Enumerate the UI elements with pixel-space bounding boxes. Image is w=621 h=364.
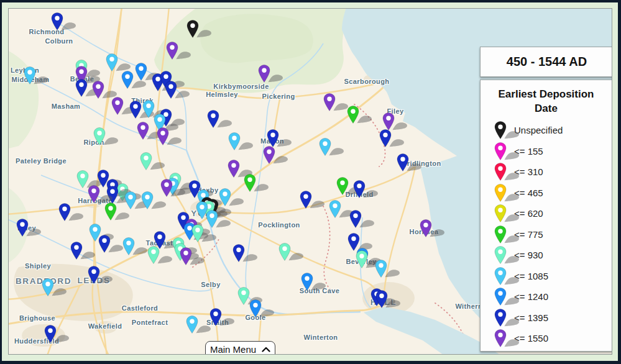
legend-item[interactable]: <= 155 — [481, 140, 612, 162]
map-pin[interactable] — [87, 265, 101, 284]
legend-pin-icon — [494, 162, 507, 181]
map-pin[interactable] — [124, 191, 137, 210]
map-pin[interactable] — [91, 80, 105, 99]
map-pin[interactable] — [186, 19, 200, 39]
map-pin[interactable] — [249, 299, 262, 318]
map-pin[interactable] — [41, 278, 55, 297]
map-pin[interactable] — [44, 324, 57, 344]
map-pin[interactable] — [140, 191, 154, 210]
legend-item[interactable]: <= 930 — [481, 245, 612, 266]
map-pin[interactable] — [262, 145, 276, 165]
map-pin[interactable] — [134, 62, 148, 81]
map-pin[interactable] — [375, 289, 389, 309]
map-pin[interactable] — [16, 218, 29, 237]
map-pin[interactable] — [228, 132, 241, 151]
legend-pin-icon — [494, 121, 507, 140]
legend-item[interactable]: Unspecified — [481, 120, 612, 141]
legend-title: Earliest Deposition Date — [481, 86, 612, 120]
legend-item[interactable]: <= 1550 — [481, 328, 612, 349]
legend-pin-icon — [494, 204, 507, 223]
map-pin[interactable] — [419, 219, 433, 238]
map-pin[interactable] — [318, 137, 332, 157]
map-pin[interactable] — [139, 152, 153, 171]
legend-items: Unspecified<= 155<= 310<= 465<= 620<= 77… — [481, 120, 612, 349]
map-pin[interactable] — [23, 66, 37, 85]
legend-item[interactable]: <= 1085 — [481, 265, 612, 286]
chevron-up-icon — [262, 347, 270, 352]
main-menu-label: Main Menu — [210, 344, 256, 355]
map-pin[interactable] — [191, 224, 205, 243]
legend-panel: Earliest Deposition Date Unspecified<= 1… — [480, 80, 612, 352]
legend-item[interactable]: <= 620 — [481, 203, 612, 224]
map-pin[interactable] — [70, 241, 83, 260]
map-pin[interactable] — [156, 127, 170, 146]
map-pin[interactable] — [105, 53, 119, 72]
map-pin[interactable] — [209, 307, 223, 327]
legend-item[interactable]: <= 1395 — [481, 307, 612, 328]
map-pin[interactable] — [98, 234, 111, 253]
map-pin[interactable] — [300, 272, 314, 291]
legend-item[interactable]: <= 310 — [481, 162, 612, 183]
map-pin[interactable] — [323, 93, 336, 112]
map-pin[interactable] — [185, 315, 199, 334]
map-pin[interactable] — [58, 202, 71, 222]
map-pin[interactable] — [352, 180, 366, 199]
legend-pin-icon — [494, 245, 507, 265]
map-pin[interactable] — [121, 70, 134, 89]
date-range-box: 450 - 1544 AD — [480, 47, 614, 77]
legend-item[interactable]: <= 775 — [481, 224, 612, 245]
map-pin[interactable] — [374, 259, 388, 278]
map-pin[interactable] — [243, 173, 257, 193]
map-pin[interactable] — [165, 41, 179, 60]
legend-pin-icon — [494, 225, 507, 244]
map-pin[interactable] — [206, 109, 220, 129]
map-pin[interactable] — [227, 159, 241, 178]
map-pin[interactable] — [336, 176, 349, 196]
map-pin[interactable] — [278, 242, 292, 262]
legend-item[interactable]: <= 1240 — [481, 286, 612, 307]
map-pin[interactable] — [379, 129, 392, 148]
legend-pin-icon — [494, 308, 507, 327]
main-menu-button[interactable]: Main Menu — [205, 341, 275, 360]
map-pin[interactable] — [164, 80, 178, 99]
map-pin[interactable] — [93, 127, 106, 146]
map-pin[interactable] — [396, 153, 410, 172]
legend-pin-icon — [494, 329, 507, 348]
map-pin[interactable] — [75, 78, 88, 98]
map-application-window: RichmondColburnLeyburnMiddlehamBedaleMas… — [0, 0, 621, 364]
map-pin[interactable] — [257, 64, 271, 83]
map-pin[interactable] — [355, 250, 369, 269]
map-pin[interactable] — [104, 202, 117, 221]
map-pin[interactable] — [346, 105, 360, 124]
legend-pin-icon — [494, 142, 507, 161]
legend-pin-icon — [494, 183, 507, 202]
map-pin[interactable] — [232, 243, 246, 263]
map-pin[interactable] — [122, 237, 136, 256]
legend-item[interactable]: <= 465 — [481, 182, 612, 203]
map-pin[interactable] — [160, 178, 173, 198]
map-pin[interactable] — [205, 209, 219, 229]
map-pin[interactable] — [179, 247, 193, 266]
map-pin[interactable] — [328, 199, 342, 219]
legend-pin-icon — [494, 287, 507, 306]
map-pin[interactable] — [218, 188, 232, 207]
map-pin[interactable] — [50, 12, 64, 31]
map-pin[interactable] — [129, 100, 142, 119]
legend-pin-icon — [494, 266, 507, 286]
map-pin[interactable] — [87, 184, 101, 204]
map-pin[interactable] — [147, 245, 160, 265]
date-range-text: 450 - 1544 AD — [507, 55, 587, 69]
map-pin[interactable] — [111, 96, 124, 116]
map-pin[interactable] — [349, 209, 362, 229]
map-pin[interactable] — [136, 121, 150, 140]
map-pin[interactable] — [299, 190, 313, 209]
